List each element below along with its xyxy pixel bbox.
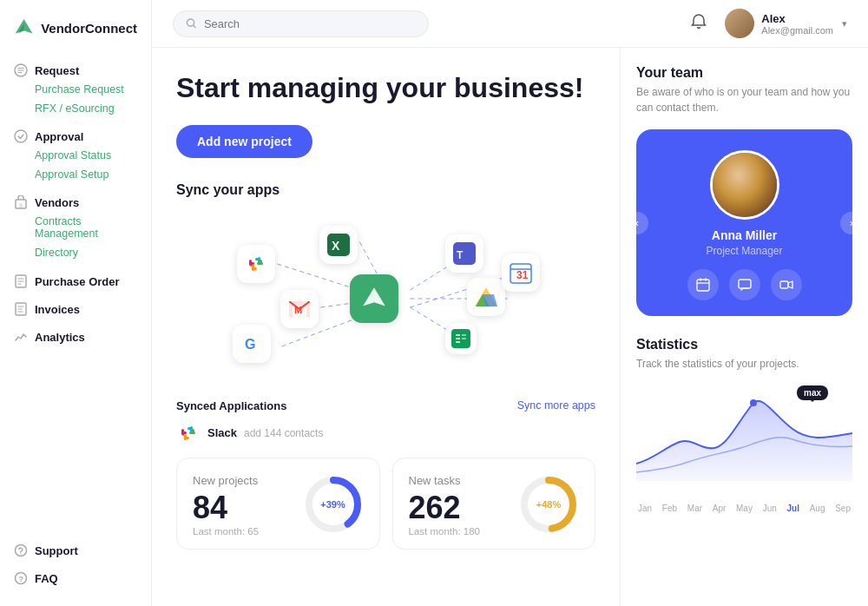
svg-rect-36 <box>462 334 466 336</box>
svg-text:31: 31 <box>516 269 529 281</box>
stat-card-projects: New projects 84 Last month: 65 +39% <box>176 458 380 550</box>
sidebar-header-vendors[interactable]: Vendors <box>0 189 151 212</box>
sidebar-item-approval-status[interactable]: Approval Status <box>0 146 151 165</box>
sync-more-link[interactable]: Sync more apps <box>517 399 595 412</box>
chart-label-jan: Jan <box>638 504 652 513</box>
team-member-role: Project Manager <box>706 245 782 257</box>
chart-x-labels: Jan Feb Mar Apr May Jun Jul Aug Sep <box>636 504 852 513</box>
stat-card-tasks-sub: Last month: 180 <box>409 526 509 537</box>
app-teams-icon: T <box>445 234 483 273</box>
sidebar-item-purchase-order[interactable]: Purchase Order <box>0 267 151 295</box>
app-slack-icon <box>237 245 275 283</box>
sync-diagram: X M G T <box>176 212 595 385</box>
sidebar-item-purchase-request[interactable]: Purchase Request <box>0 80 151 99</box>
main-area: Alex Alex@gmail.com ▾ Start managing you… <box>152 0 868 606</box>
user-name: Alex <box>761 12 833 25</box>
sidebar: VendorConnect Request Purchase Request R… <box>0 0 152 606</box>
app-gmail-icon: M <box>280 290 319 328</box>
team-message-button[interactable] <box>729 269 760 300</box>
chart-label-aug: Aug <box>810 504 825 513</box>
donut-projects-label: +39% <box>320 499 345 510</box>
sidebar-section-request: Request Purchase Request RFX / eSourcing <box>0 57 151 118</box>
stat-card-tasks-value: 262 <box>409 491 509 525</box>
sidebar-label-support: Support <box>35 544 78 557</box>
slack-icon-wrap <box>176 421 201 445</box>
carousel-prev-button[interactable]: ‹ <box>626 212 648 234</box>
video-icon <box>779 278 793 292</box>
svg-text:?: ? <box>19 575 24 583</box>
chart-label-mar: Mar <box>687 504 702 513</box>
team-title: Your team <box>636 65 852 81</box>
notifications-bell[interactable] <box>687 10 711 38</box>
team-carousel: ‹ Anna Miller Project Manager <box>636 129 852 316</box>
sidebar-item-contracts[interactable]: Contracts Management <box>0 212 151 243</box>
carousel-next-button[interactable]: › <box>840 212 863 234</box>
synced-apps-row: Synced Applications Sync more apps <box>176 399 595 412</box>
sidebar-header-approval[interactable]: Approval <box>0 123 151 146</box>
svg-rect-34 <box>456 338 460 339</box>
search-bar[interactable] <box>173 10 429 37</box>
sidebar-item-rfx[interactable]: RFX / eSourcing <box>0 99 151 118</box>
sidebar-item-analytics[interactable]: Analytics <box>0 323 151 351</box>
svg-text:T: T <box>457 249 464 261</box>
app-calendar-icon: 31 <box>502 254 540 292</box>
stats-cards-row: New projects 84 Last month: 65 +39% <box>176 458 595 550</box>
stat-card-projects-title: New projects <box>193 474 293 487</box>
logo: VendorConnect <box>0 0 151 57</box>
stat-card-tasks: New tasks 262 Last month: 180 +48% <box>392 458 596 550</box>
app-center-icon <box>350 274 398 323</box>
app-drive-icon <box>467 278 505 316</box>
svg-text:G: G <box>245 337 255 352</box>
sidebar-label-analytics: Analytics <box>35 331 85 344</box>
add-project-button[interactable]: Add new project <box>176 125 312 158</box>
team-member-avatar <box>710 150 779 220</box>
stat-card-tasks-title: New tasks <box>409 474 509 487</box>
sidebar-item-support[interactable]: Support <box>0 537 151 564</box>
sidebar-item-faq[interactable]: ? FAQ <box>0 564 151 592</box>
sidebar-label-request: Request <box>35 64 79 77</box>
check-circle-icon <box>14 129 28 143</box>
calendar-icon <box>696 278 710 292</box>
svg-point-3 <box>15 130 27 142</box>
sidebar-label-purchase-order: Purchase Order <box>35 275 120 288</box>
svg-rect-45 <box>739 280 751 288</box>
hero-title: Start managing your business! <box>176 72 595 104</box>
team-video-button[interactable] <box>771 269 802 300</box>
sidebar-label-invoices: Invoices <box>35 303 80 316</box>
svg-rect-37 <box>462 338 466 339</box>
sidebar-header-request[interactable]: Request <box>0 57 151 80</box>
search-input[interactable] <box>204 17 416 30</box>
user-profile[interactable]: Alex Alex@gmail.com ▾ <box>725 9 847 38</box>
sync-title: Sync your apps <box>176 182 595 198</box>
sidebar-item-invoices[interactable]: Invoices <box>0 295 151 323</box>
left-content: Start managing your business! Add new pr… <box>152 48 621 606</box>
donut-tasks: +48% <box>518 474 579 535</box>
right-panel: Your team Be aware of who is on your tea… <box>621 48 868 606</box>
svg-point-47 <box>750 399 757 406</box>
team-actions <box>687 269 802 300</box>
synced-app-action: add 144 contacts <box>244 427 323 439</box>
avatar <box>725 9 754 38</box>
stat-card-projects-value: 84 <box>193 491 293 525</box>
synced-app-item: Slack add 144 contacts <box>176 421 595 445</box>
chart-label-jul: Jul <box>787 504 799 513</box>
svg-text:M: M <box>294 305 302 315</box>
building-icon <box>14 195 28 209</box>
statistics-chart: max <box>636 385 852 498</box>
sidebar-item-directory[interactable]: Directory <box>0 243 151 262</box>
chevron-down-icon: ▾ <box>842 18 847 30</box>
team-calendar-button[interactable] <box>687 269 719 300</box>
sidebar-section-approval: Approval Approval Status Approval Setup <box>0 123 151 184</box>
svg-rect-44 <box>697 280 709 291</box>
stat-card-projects-sub: Last month: 65 <box>193 526 293 537</box>
synced-app-name: Slack <box>207 426 237 439</box>
support-icon <box>14 543 28 557</box>
user-email: Alex@gmail.com <box>761 25 833 36</box>
list-icon <box>14 63 28 77</box>
bell-icon <box>690 13 707 30</box>
search-icon <box>186 17 197 30</box>
svg-rect-46 <box>780 281 788 288</box>
svg-text:X: X <box>332 239 340 253</box>
synced-apps-label: Synced Applications <box>176 399 286 412</box>
sidebar-item-approval-setup[interactable]: Approval Setup <box>0 165 151 184</box>
